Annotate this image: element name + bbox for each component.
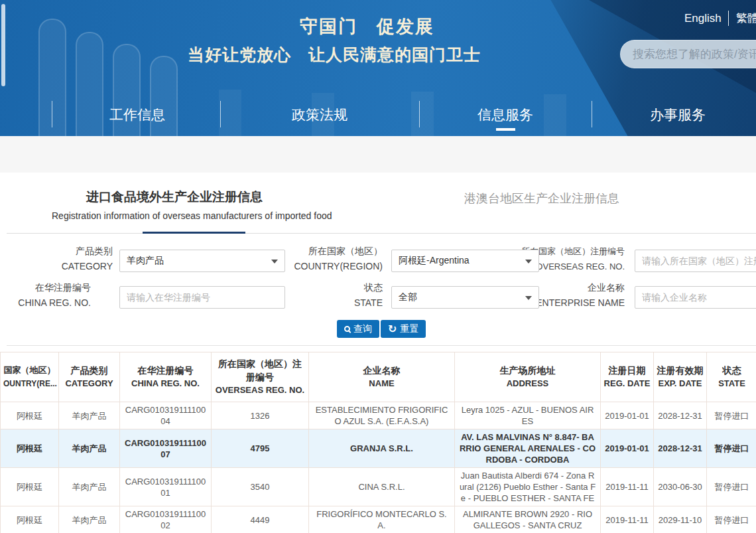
form-table-divider	[7, 345, 756, 346]
lang-link-traditional[interactable]: 繁體版	[728, 11, 756, 26]
chevron-down-icon	[525, 260, 532, 264]
col-header-category: 产品类别CATEGORY	[59, 352, 120, 402]
col-header-address: 生产场所地址ADDRESS	[455, 352, 601, 402]
category-label: 产品类别CATEGORY	[0, 244, 113, 274]
china-reg-no-input[interactable]	[119, 286, 285, 309]
building-edge-decor	[1, 4, 5, 86]
site-search-input[interactable]	[620, 40, 756, 68]
col-header-overseas-reg-no: 所在国家（地区）注册编号OVERSEAS REG. NO.	[212, 352, 309, 402]
country-select[interactable]: 阿根廷-Argentina	[391, 250, 539, 272]
table-row[interactable]: 阿根廷 羊肉产品 CARG01031911110004 1326 ESTABLE…	[1, 402, 756, 429]
col-header-country: 国家（地区）OUNTRY(RE...	[1, 352, 59, 402]
overseas-reg-no-input[interactable]	[635, 250, 756, 272]
nav-divider	[592, 101, 592, 127]
nav-active-underline	[496, 128, 515, 131]
page-subtitle: Registration information of overseas man…	[52, 210, 332, 221]
nav-item-policies[interactable]: 政策法规	[292, 106, 347, 124]
state-label: 状态STATE	[292, 280, 383, 311]
lang-link-english[interactable]: English	[684, 12, 722, 25]
enterprise-name-input[interactable]	[635, 286, 756, 309]
header-slogan-line1: 守国门 促发展	[300, 15, 434, 38]
main-nav: 工作信息 政策法规 信息服务 办事服务	[0, 93, 756, 136]
state-select[interactable]: 全部	[391, 286, 539, 309]
country-label: 所在国家（地区）COUNTRY(REGION)	[292, 244, 383, 274]
active-tab-underline	[143, 232, 245, 234]
table-row[interactable]: 阿根廷 羊肉产品 CARG01031911110001 3540 CINA S.…	[1, 468, 756, 506]
col-header-name: 企业名称NAME	[309, 352, 455, 402]
table-header-row: 国家（地区）OUNTRY(RE... 产品类别CATEGORY 在华注册编号CH…	[1, 352, 756, 402]
nav-item-info-services[interactable]: 信息服务	[477, 106, 533, 124]
nav-item-admin-services[interactable]: 办事服务	[650, 106, 706, 124]
results-table-container: 国家（地区）OUNTRY(RE... 产品类别CATEGORY 在华注册编号CH…	[0, 352, 756, 533]
nav-item-work-info[interactable]: 工作信息	[109, 106, 165, 124]
header-slogan-line2: 当好让党放心 让人民满意的国门卫士	[188, 44, 481, 66]
refresh-icon: ↻	[388, 324, 397, 335]
language-bar: English 繁體版	[684, 11, 756, 26]
table-row-highlighted[interactable]: 阿根廷 羊肉产品 CARG01031911110007 4795 GRANJA …	[1, 429, 756, 468]
reset-button[interactable]: ↻ 重置	[381, 320, 426, 338]
table-row[interactable]: 阿根廷 羊肉产品 CARG01031911110002 4449 FRIGORÍ…	[1, 506, 756, 533]
main-content: 进口食品境外生产企业注册信息 Registration information …	[0, 173, 756, 533]
col-header-reg-date: 注册日期REG. DATE	[601, 352, 654, 402]
nav-divider	[220, 101, 221, 127]
nav-divider	[419, 101, 420, 127]
site-header: 守国门 促发展 当好让党放心 让人民满意的国门卫士 English 繁體版 工作…	[0, 0, 756, 136]
results-table: 国家（地区）OUNTRY(RE... 产品类别CATEGORY 在华注册编号CH…	[0, 352, 756, 533]
col-header-state: 状态STATE	[707, 352, 756, 402]
chevron-down-icon	[271, 260, 278, 264]
tab-divider-line	[7, 233, 756, 234]
col-header-china-reg-no: 在华注册编号CHINA REG. NO.	[120, 352, 212, 402]
china-reg-no-label: 在华注册编号CHINA REG. NO.	[0, 280, 91, 311]
tab-hk-macao-taiwan-registration[interactable]: 港澳台地区生产企业注册信息	[464, 190, 619, 206]
col-header-exp-date: 注册有效期EXP. DATE	[654, 352, 707, 402]
category-select[interactable]: 羊肉产品	[119, 250, 285, 272]
header-spacer-band	[0, 136, 756, 173]
search-icon	[344, 326, 350, 332]
page-title: 进口食品境外生产企业注册信息	[86, 189, 263, 206]
search-button[interactable]: 查询	[337, 320, 379, 338]
chevron-down-icon	[525, 296, 532, 300]
nav-divider	[52, 101, 52, 127]
